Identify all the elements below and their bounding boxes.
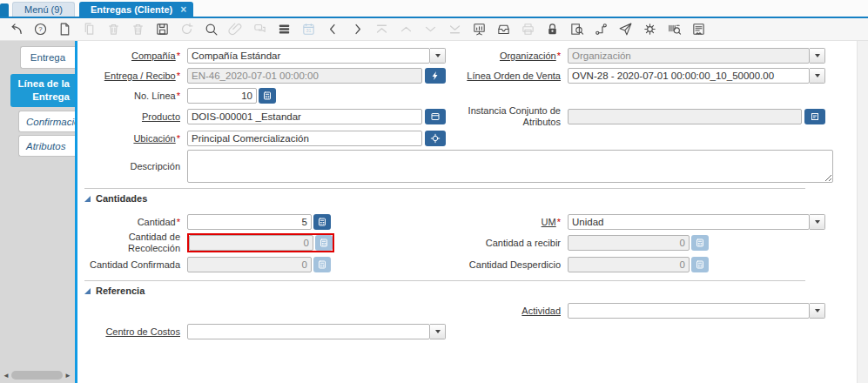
save-icon[interactable] [153, 21, 171, 38]
sidebar-tab-entrega[interactable]: Entrega [20, 46, 75, 69]
producto-label[interactable]: Producto [142, 111, 180, 122]
sidebar-tab-atributos[interactable]: Atributos [18, 135, 75, 157]
centro-costos-label[interactable]: Centro de Costos [105, 326, 180, 337]
section-cantidades[interactable]: Cantidades [84, 193, 147, 204]
scrollbar-thumb[interactable] [11, 371, 63, 380]
close-tab-icon[interactable]: × [180, 4, 186, 15]
organizacion-dropdown-button[interactable] [810, 48, 825, 64]
sidebar-horizontal-scrollbar[interactable]: ◄ ► [2, 370, 72, 380]
calculator-icon [319, 238, 329, 248]
sidebar-tab-linea-entrega[interactable]: Línea de la Entrega [10, 74, 75, 107]
attribute-dialog-icon [810, 111, 820, 122]
tab-sidebar: Entrega Línea de la Entrega Confirmacion… [0, 41, 77, 383]
row-confirmada-desperdicio: Cantidad Confirmada Cantidad Desperdicio [77, 256, 825, 273]
ubicacion-locator-button[interactable] [425, 131, 446, 146]
compania-combobox[interactable] [187, 48, 430, 64]
cantidad-field[interactable] [187, 214, 312, 230]
section-cantidades-label: Cantidades [96, 193, 147, 204]
actividad-dropdown-button[interactable] [810, 303, 825, 319]
actividad-combobox[interactable] [568, 303, 810, 319]
product-info-icon[interactable] [665, 21, 683, 38]
um-dropdown-button[interactable] [810, 214, 825, 230]
zoom-across-icon[interactable] [568, 21, 585, 38]
cantidad-desperdicio-calculator-button [691, 257, 709, 272]
entrega-recibo-label[interactable]: Entrega / Recibo [104, 71, 176, 81]
instancia-atributos-dialog-button[interactable] [804, 109, 825, 124]
entrega-recibo-field[interactable] [187, 68, 422, 84]
copy-record-icon [80, 21, 98, 38]
next-record-icon[interactable] [348, 21, 366, 38]
tab-menu[interactable]: Menú (9) [12, 2, 75, 17]
linea-orden-venta-dropdown-button[interactable] [810, 68, 825, 84]
find-icon[interactable] [202, 21, 219, 38]
linea-orden-venta-label[interactable]: Línea Orden de Venta [467, 71, 561, 81]
lock-icon[interactable] [543, 21, 561, 38]
organizacion-combobox[interactable] [568, 48, 810, 64]
cantidad-desperdicio-field[interactable] [568, 257, 690, 272]
sidebar-tab-linea-entrega-label: Línea de la Entrega [10, 77, 70, 104]
no-linea-field[interactable] [187, 88, 257, 104]
instancia-atributos-label: Instancia Conjunto de Atributos [468, 105, 561, 127]
cantidad-confirmada-field[interactable] [187, 257, 312, 272]
scroll-right-icon[interactable]: ► [64, 372, 72, 380]
scroll-left-icon[interactable]: ◄ [2, 372, 10, 380]
centro-costos-dropdown-button[interactable] [430, 324, 446, 339]
ubicacion-label[interactable]: Ubicación [133, 133, 175, 144]
grid-toggle-icon[interactable] [275, 21, 293, 38]
first-record-icon [373, 21, 390, 38]
linea-orden-venta-combobox[interactable] [568, 68, 810, 84]
help-icon[interactable] [31, 21, 49, 38]
archive-icon[interactable] [495, 21, 512, 38]
actividad-label[interactable]: Actividad [521, 306, 561, 316]
customize-icon[interactable] [690, 21, 707, 38]
tab-entregas-cliente[interactable]: Entregas (Cliente) × [79, 2, 193, 17]
no-linea-calculator-button[interactable] [259, 88, 276, 104]
instancia-atributos-field[interactable] [568, 109, 802, 124]
tab-entregas-label: Entregas (Cliente) [91, 4, 172, 15]
send-request-icon[interactable] [616, 21, 634, 38]
um-combobox[interactable] [568, 214, 810, 230]
producto-search-button[interactable] [425, 109, 446, 124]
row-recoleccion-recibir: Cantidad de Recolección Cantidad a recib… [77, 234, 825, 252]
new-record-icon[interactable] [56, 21, 73, 38]
cantidad-recoleccion-field[interactable] [189, 235, 313, 251]
report-icon[interactable] [470, 21, 488, 38]
previous-record-icon[interactable] [324, 21, 341, 38]
refresh-icon [178, 21, 195, 38]
detail-record-icon [421, 21, 439, 38]
entregas-cliente-window: { "window": { "tabs": [ {"label": "Menú … [0, 0, 868, 383]
section-divider [84, 280, 805, 281]
undo-icon[interactable] [7, 21, 24, 38]
producto-field[interactable] [187, 109, 422, 124]
sidebar-tab-confirmacion[interactable]: Confirmacion [18, 111, 75, 132]
organizacion-label[interactable]: Organización [500, 50, 556, 61]
section-referencia[interactable]: Referencia [84, 286, 145, 296]
locator-crosshair-icon [430, 133, 441, 144]
row-compania-organizacion: Compañía* Organización* [77, 47, 825, 64]
compania-dropdown-button[interactable] [430, 48, 446, 64]
workflow-icon[interactable] [592, 21, 609, 38]
cantidad-calculator-button[interactable] [313, 214, 331, 230]
no-linea-label: No. Línea [134, 91, 176, 101]
um-label[interactable]: UM [542, 217, 556, 227]
entrega-recibo-zoom-button[interactable] [425, 68, 446, 84]
section-collapse-icon[interactable] [84, 288, 91, 294]
required-marker: * [177, 91, 180, 101]
chevron-down-icon [815, 74, 820, 77]
ubicacion-field[interactable] [187, 131, 422, 146]
chevron-down-icon [815, 220, 820, 224]
calculator-icon [317, 259, 327, 270]
cantidad-recoleccion-calculator-button [315, 235, 333, 251]
cantidad-recibir-calculator-button [691, 235, 709, 251]
cantidad-recibir-field[interactable] [568, 235, 690, 251]
vertical-scrollbar[interactable] [857, 41, 868, 383]
centro-costos-combobox[interactable] [187, 324, 430, 339]
compania-label[interactable]: Compañía [131, 50, 176, 61]
process-icon[interactable] [641, 21, 658, 38]
descripcion-textarea[interactable] [187, 150, 833, 183]
chevron-down-icon [815, 309, 820, 312]
section-collapse-icon[interactable] [84, 196, 91, 202]
row-descripcion: Descripción [77, 150, 833, 183]
descripcion-label: Descripción [131, 161, 180, 171]
required-marker: * [177, 133, 180, 144]
